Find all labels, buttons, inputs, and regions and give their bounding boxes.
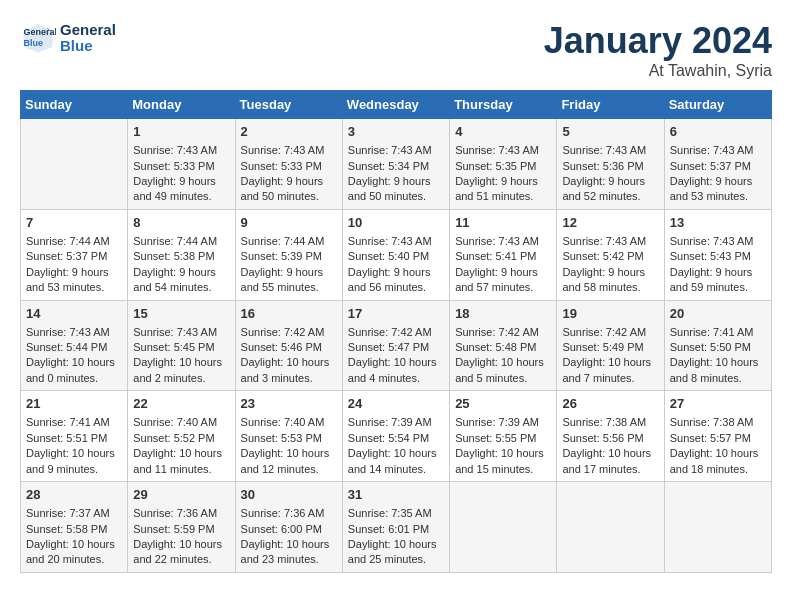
- day-info: Sunrise: 7:38 AM: [562, 415, 658, 430]
- day-info: and 0 minutes.: [26, 371, 122, 386]
- weekday-header: Monday: [128, 91, 235, 119]
- calendar-cell: 22Sunrise: 7:40 AMSunset: 5:52 PMDayligh…: [128, 391, 235, 482]
- day-info: Sunset: 5:54 PM: [348, 431, 444, 446]
- calendar-cell: 13Sunrise: 7:43 AMSunset: 5:43 PMDayligh…: [664, 209, 771, 300]
- day-info: Daylight: 10 hours: [133, 355, 229, 370]
- day-info: and 57 minutes.: [455, 280, 551, 295]
- day-info: Sunrise: 7:36 AM: [241, 506, 337, 521]
- page-header: General Blue General Blue January 2024 A…: [20, 20, 772, 80]
- location: At Tawahin, Syria: [544, 62, 772, 80]
- day-info: Sunset: 5:47 PM: [348, 340, 444, 355]
- day-info: Sunset: 5:43 PM: [670, 249, 766, 264]
- weekday-header: Friday: [557, 91, 664, 119]
- day-info: and 20 minutes.: [26, 552, 122, 567]
- day-number: 15: [133, 305, 229, 323]
- day-number: 17: [348, 305, 444, 323]
- day-info: and 59 minutes.: [670, 280, 766, 295]
- day-info: Sunrise: 7:40 AM: [241, 415, 337, 430]
- calendar-cell: 20Sunrise: 7:41 AMSunset: 5:50 PMDayligh…: [664, 300, 771, 391]
- day-info: and 17 minutes.: [562, 462, 658, 477]
- day-info: Daylight: 10 hours: [133, 537, 229, 552]
- day-info: Daylight: 10 hours: [562, 355, 658, 370]
- day-info: Sunrise: 7:36 AM: [133, 506, 229, 521]
- day-info: Sunrise: 7:42 AM: [562, 325, 658, 340]
- weekday-header: Thursday: [450, 91, 557, 119]
- day-info: Sunrise: 7:42 AM: [455, 325, 551, 340]
- day-info: and 49 minutes.: [133, 189, 229, 204]
- day-info: Sunrise: 7:43 AM: [562, 143, 658, 158]
- day-info: and 52 minutes.: [562, 189, 658, 204]
- day-info: and 50 minutes.: [241, 189, 337, 204]
- day-info: and 8 minutes.: [670, 371, 766, 386]
- day-info: Daylight: 9 hours: [562, 265, 658, 280]
- day-info: Daylight: 10 hours: [26, 446, 122, 461]
- day-number: 10: [348, 214, 444, 232]
- day-number: 1: [133, 123, 229, 141]
- day-info: and 53 minutes.: [670, 189, 766, 204]
- day-info: Daylight: 10 hours: [670, 446, 766, 461]
- day-info: Daylight: 9 hours: [241, 265, 337, 280]
- day-info: Sunrise: 7:44 AM: [26, 234, 122, 249]
- weekday-header: Tuesday: [235, 91, 342, 119]
- day-info: Daylight: 9 hours: [348, 174, 444, 189]
- day-info: Sunrise: 7:40 AM: [133, 415, 229, 430]
- calendar-cell: 30Sunrise: 7:36 AMSunset: 6:00 PMDayligh…: [235, 482, 342, 573]
- calendar-cell: 6Sunrise: 7:43 AMSunset: 5:37 PMDaylight…: [664, 119, 771, 210]
- day-info: Daylight: 9 hours: [670, 174, 766, 189]
- logo-line2: Blue: [60, 38, 116, 55]
- calendar-cell: [664, 482, 771, 573]
- day-number: 18: [455, 305, 551, 323]
- day-info: Sunset: 5:50 PM: [670, 340, 766, 355]
- day-number: 24: [348, 395, 444, 413]
- day-info: Sunset: 5:59 PM: [133, 522, 229, 537]
- day-number: 30: [241, 486, 337, 504]
- day-info: Sunset: 6:00 PM: [241, 522, 337, 537]
- day-number: 25: [455, 395, 551, 413]
- day-info: Sunset: 5:34 PM: [348, 159, 444, 174]
- calendar-cell: 25Sunrise: 7:39 AMSunset: 5:55 PMDayligh…: [450, 391, 557, 482]
- calendar-cell: 26Sunrise: 7:38 AMSunset: 5:56 PMDayligh…: [557, 391, 664, 482]
- day-info: Sunset: 5:51 PM: [26, 431, 122, 446]
- day-number: 20: [670, 305, 766, 323]
- day-info: Sunset: 5:36 PM: [562, 159, 658, 174]
- day-number: 19: [562, 305, 658, 323]
- calendar-cell: 12Sunrise: 7:43 AMSunset: 5:42 PMDayligh…: [557, 209, 664, 300]
- day-info: Sunrise: 7:43 AM: [241, 143, 337, 158]
- day-info: Sunrise: 7:43 AM: [133, 143, 229, 158]
- calendar-week-row: 1Sunrise: 7:43 AMSunset: 5:33 PMDaylight…: [21, 119, 772, 210]
- day-info: and 55 minutes.: [241, 280, 337, 295]
- day-info: Sunrise: 7:43 AM: [562, 234, 658, 249]
- day-info: Sunrise: 7:41 AM: [670, 325, 766, 340]
- calendar-cell: 11Sunrise: 7:43 AMSunset: 5:41 PMDayligh…: [450, 209, 557, 300]
- day-info: Sunset: 5:41 PM: [455, 249, 551, 264]
- calendar-cell: [557, 482, 664, 573]
- day-info: Daylight: 10 hours: [26, 355, 122, 370]
- day-info: Sunrise: 7:43 AM: [455, 234, 551, 249]
- day-number: 3: [348, 123, 444, 141]
- month-title: January 2024: [544, 20, 772, 62]
- day-info: Sunrise: 7:41 AM: [26, 415, 122, 430]
- day-info: and 15 minutes.: [455, 462, 551, 477]
- day-number: 11: [455, 214, 551, 232]
- logo-icon: General Blue: [20, 20, 56, 56]
- day-info: Sunrise: 7:44 AM: [241, 234, 337, 249]
- day-info: Sunset: 5:39 PM: [241, 249, 337, 264]
- day-info: Sunset: 5:42 PM: [562, 249, 658, 264]
- day-info: Sunrise: 7:42 AM: [241, 325, 337, 340]
- day-info: Sunset: 5:48 PM: [455, 340, 551, 355]
- calendar-cell: 19Sunrise: 7:42 AMSunset: 5:49 PMDayligh…: [557, 300, 664, 391]
- day-info: Sunset: 5:35 PM: [455, 159, 551, 174]
- day-info: and 56 minutes.: [348, 280, 444, 295]
- day-info: and 18 minutes.: [670, 462, 766, 477]
- day-number: 16: [241, 305, 337, 323]
- day-info: Daylight: 10 hours: [348, 537, 444, 552]
- calendar-cell: 27Sunrise: 7:38 AMSunset: 5:57 PMDayligh…: [664, 391, 771, 482]
- day-info: and 22 minutes.: [133, 552, 229, 567]
- day-number: 29: [133, 486, 229, 504]
- day-info: and 2 minutes.: [133, 371, 229, 386]
- day-info: Sunrise: 7:38 AM: [670, 415, 766, 430]
- calendar-cell: 28Sunrise: 7:37 AMSunset: 5:58 PMDayligh…: [21, 482, 128, 573]
- calendar-cell: 2Sunrise: 7:43 AMSunset: 5:33 PMDaylight…: [235, 119, 342, 210]
- day-number: 27: [670, 395, 766, 413]
- logo-line1: General: [60, 22, 116, 39]
